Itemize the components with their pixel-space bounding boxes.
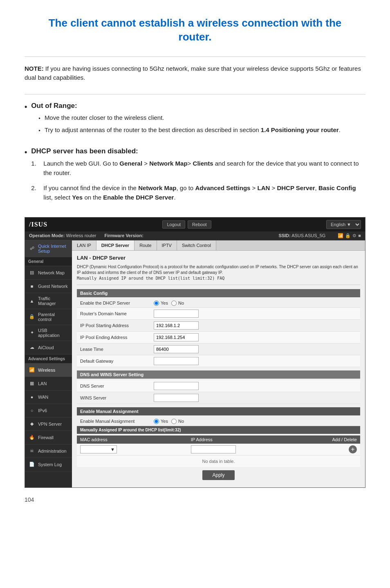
network-map-icon: ▤ bbox=[28, 269, 36, 276]
mac-dropdown[interactable]: ▼ bbox=[80, 445, 117, 453]
reboot-button[interactable]: Reboot bbox=[188, 220, 211, 229]
ip-start-input[interactable] bbox=[154, 321, 199, 330]
quick-setup-icon: ☍ bbox=[28, 245, 36, 252]
page-title: The client cannot establish a wireless c… bbox=[25, 16, 365, 44]
ip-end-input[interactable] bbox=[154, 333, 199, 341]
dns-input[interactable] bbox=[154, 382, 199, 390]
tab-switch-control[interactable]: Switch Control bbox=[177, 240, 216, 250]
logout-button[interactable]: Logout bbox=[162, 220, 185, 229]
dhcp-yes-input[interactable] bbox=[154, 301, 159, 306]
sidebar-item-traffic-manager[interactable]: ▲ Traffic Manager bbox=[25, 293, 72, 309]
ipv6-label: IPv6 bbox=[38, 408, 47, 413]
dns-section-header: DNS and WINS Server Setting bbox=[77, 370, 360, 379]
sidebar-item-administration[interactable]: ☠ Administration bbox=[25, 444, 72, 458]
router-content: LAN - DHCP Server DHCP (Dynamic Host Con… bbox=[72, 251, 365, 487]
dhcp-yes-radio[interactable]: Yes bbox=[154, 301, 168, 306]
usb-app-label: USB application bbox=[38, 328, 69, 338]
page-footer: 104 bbox=[25, 496, 365, 503]
ip-address-input[interactable] bbox=[191, 445, 236, 453]
sidebar-item-network-map[interactable]: ▤ Network Map bbox=[25, 266, 72, 280]
wan-icon: ● bbox=[28, 393, 36, 401]
syslog-icon: 📄 bbox=[28, 461, 36, 468]
lease-time-input[interactable] bbox=[154, 345, 199, 353]
form-row-default-gateway: Default Gateway bbox=[77, 355, 360, 367]
wins-input[interactable] bbox=[154, 394, 199, 402]
domain-name-input[interactable] bbox=[154, 310, 199, 318]
router-tabs: LAN IP DHCP Server Route IPTV Switch Con… bbox=[72, 240, 365, 251]
router-logo: /ISUS bbox=[29, 221, 47, 228]
firmware-label: Firmware Version: bbox=[104, 233, 143, 238]
tab-route[interactable]: Route bbox=[134, 240, 157, 250]
manual-no-radio[interactable]: No bbox=[171, 419, 184, 424]
default-gateway-value bbox=[154, 357, 199, 365]
sidebar-item-guest-network[interactable]: ■ Guest Network bbox=[25, 280, 72, 293]
domain-name-label: Router's Domain Name bbox=[80, 311, 154, 316]
router-screenshot: /ISUS Logout Reboot English ▼ Operation … bbox=[25, 217, 365, 488]
form-row-ip-start: IP Pool Starting Address bbox=[77, 320, 360, 332]
dhcp-title: DHCP server has been disabled: bbox=[31, 147, 365, 155]
enable-dhcp-value: Yes No bbox=[154, 301, 184, 306]
sidebar-item-syslog[interactable]: 📄 System Log bbox=[25, 458, 72, 471]
dhcp-item-2-text: If you cannot find the device in the Net… bbox=[43, 183, 365, 202]
table-header-mac: MAC address bbox=[80, 437, 191, 442]
manual-no-input[interactable] bbox=[171, 419, 177, 424]
form-row-manual-assign: Enable Manual Assignment Yes No bbox=[77, 417, 360, 426]
apply-button[interactable]: Apply bbox=[202, 470, 234, 480]
sidebar-item-parental-control[interactable]: 🔒 Parental control bbox=[25, 309, 72, 325]
tab-lan-ip[interactable]: LAN IP bbox=[72, 240, 96, 250]
guest-network-icon: ■ bbox=[28, 283, 36, 290]
sidebar-item-aicloud[interactable]: ☁ AiCloud bbox=[25, 341, 72, 355]
form-row-enable-dhcp: Enable the DHCP Server Yes No bbox=[77, 299, 360, 308]
table-header-ip: IP Address bbox=[191, 437, 302, 442]
signal-icon: 📶 bbox=[338, 233, 343, 238]
operation-mode-label: Operation Mode: Wireless router bbox=[29, 233, 96, 238]
sidebar-item-wireless[interactable]: 📶 Wireless bbox=[25, 364, 72, 377]
sidebar-item-lan[interactable]: ▦ LAN bbox=[25, 377, 72, 391]
range-item-1: • Move the router closer to the wireless… bbox=[38, 113, 365, 123]
lease-time-value bbox=[154, 345, 199, 353]
dhcp-num-1: 1. bbox=[31, 159, 38, 168]
tab-dhcp-server[interactable]: DHCP Server bbox=[96, 240, 134, 250]
sidebar-item-firewall[interactable]: 🔥 Firewall bbox=[25, 431, 72, 444]
dns-value bbox=[154, 382, 199, 390]
sidebar-quick-setup[interactable]: ☍ Quick Internet Setup bbox=[25, 240, 72, 257]
sidebar-item-wan[interactable]: ● WAN bbox=[25, 391, 72, 404]
ip-start-label: IP Pool Starting Address bbox=[80, 323, 154, 328]
range-item-2: • Try to adjust antennas of the router t… bbox=[38, 126, 365, 135]
manual-yes-input[interactable] bbox=[154, 419, 159, 424]
dhcp-no-input[interactable] bbox=[171, 301, 177, 306]
admin-label: Administration bbox=[38, 449, 67, 453]
sidebar-advanced-header: Advanced Settings bbox=[25, 355, 72, 364]
ip-end-value bbox=[154, 333, 199, 341]
sidebar-item-ipv6[interactable]: ○ IPv6 bbox=[25, 404, 72, 417]
add-entry-button[interactable]: + bbox=[349, 445, 357, 453]
manual-assign-label: Enable Manual Assignment bbox=[80, 419, 154, 424]
range-item-1-text: Move the router closer to the wireless c… bbox=[45, 113, 164, 123]
dns-label: DNS Server bbox=[80, 384, 154, 388]
bullet-1: • bbox=[25, 103, 27, 111]
form-row-dns: DNS Server bbox=[77, 380, 360, 392]
traffic-manager-icon: ▲ bbox=[28, 297, 36, 305]
router-description: DHCP (Dynamic Host Configuration Protoco… bbox=[77, 264, 360, 285]
manual-assignment-header: Enable Manual Assignment bbox=[77, 407, 360, 415]
tab-iptv[interactable]: IPTV bbox=[157, 240, 177, 250]
vpn-icon: ◆ bbox=[28, 420, 36, 428]
router-top-buttons: Logout Reboot bbox=[162, 220, 211, 229]
router-body: ☍ Quick Internet Setup General ▤ Network… bbox=[25, 240, 365, 487]
wireless-label: Wireless bbox=[38, 368, 55, 373]
settings-icon: ⚙ bbox=[352, 233, 356, 238]
inner-bullet-2: • bbox=[38, 127, 40, 135]
default-gateway-input[interactable] bbox=[154, 357, 199, 365]
manual-yes-radio[interactable]: Yes bbox=[154, 419, 168, 424]
sidebar-item-vpn[interactable]: ◆ VPN Server bbox=[25, 417, 72, 431]
sidebar-item-usb-app[interactable]: ✦ USB application bbox=[25, 325, 72, 341]
manual-assign-value: Yes No bbox=[154, 419, 184, 424]
network-map-label: Network Map bbox=[38, 270, 65, 275]
main-list: • Out of Range: • Move the router closer… bbox=[25, 102, 365, 208]
language-select[interactable]: English ▼ bbox=[326, 220, 361, 229]
form-row-wins: WINS Server bbox=[77, 392, 360, 404]
dhcp-no-radio[interactable]: No bbox=[171, 301, 184, 306]
ssid-value: ASUS ASUS_5G bbox=[291, 233, 325, 238]
default-gateway-label: Default Gateway bbox=[80, 359, 154, 364]
sidebar-general-header: General bbox=[25, 257, 72, 266]
